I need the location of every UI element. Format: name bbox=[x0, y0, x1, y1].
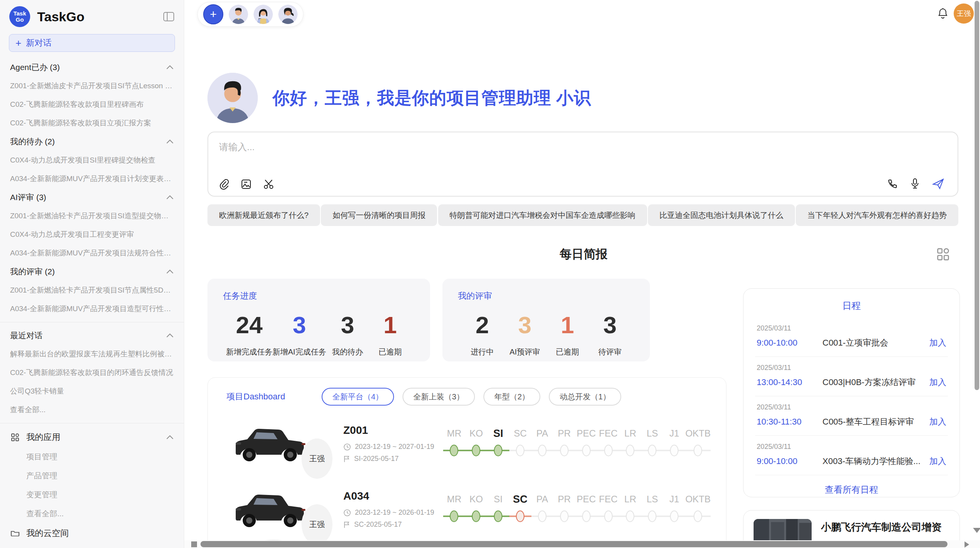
recent-item[interactable]: C02-飞腾新能源轻客改款项目的闭环通告反馈情况 bbox=[0, 363, 184, 382]
sidebar-section-header[interactable]: AI评审 (3) bbox=[0, 188, 184, 207]
sidebar-item[interactable]: C02-飞腾新能源轻客改款项目立项汇报方案 bbox=[0, 114, 184, 132]
milestone-dot[interactable] bbox=[626, 510, 634, 522]
sidebar-item-cloud-space[interactable]: 我的云空间 bbox=[0, 523, 184, 543]
milestone-dot[interactable] bbox=[648, 510, 656, 522]
milestone-dot[interactable] bbox=[582, 510, 591, 522]
add-member-button[interactable]: + bbox=[203, 4, 223, 24]
new-chat-button[interactable]: + 新对话 bbox=[9, 34, 175, 52]
chat-input[interactable] bbox=[219, 142, 947, 152]
user-avatar[interactable]: 王强 bbox=[954, 3, 974, 24]
sidebar-item[interactable]: C0X4-动力总成开发项目SI里程碑提交物检查 bbox=[0, 151, 184, 170]
sidebar-item[interactable]: Z001-全新燃油皮卡产品开发项目SI节点Lesson Learn报告 bbox=[0, 77, 184, 95]
milestone-dot[interactable] bbox=[560, 445, 569, 456]
my-apps-subitem[interactable]: 产品管理 bbox=[0, 466, 184, 485]
sidebar-section-header[interactable]: 我的待办 (2) bbox=[0, 132, 184, 151]
my-apps-subitem[interactable]: 查看全部... bbox=[0, 504, 184, 523]
collapse-sidebar-icon[interactable] bbox=[163, 11, 175, 22]
milestone-dot[interactable] bbox=[494, 510, 502, 522]
briefing-layout-icon[interactable] bbox=[936, 247, 951, 262]
scissors-icon[interactable] bbox=[263, 179, 275, 190]
milestone-dot[interactable] bbox=[626, 445, 634, 456]
greeting: 你好，王强，我是你的项目管理助理 小识 bbox=[207, 73, 591, 123]
recent-item[interactable]: 公司Q3轻卡销量 bbox=[0, 382, 184, 401]
sidebar-item[interactable]: C0X4-动力总成开发项目工程变更评审 bbox=[0, 225, 184, 244]
phone-icon[interactable] bbox=[887, 178, 898, 189]
suggestion-chip[interactable]: 比亚迪全固态电池计划具体说了什么 bbox=[648, 204, 795, 226]
chevron-up-icon bbox=[166, 333, 174, 338]
sidebar-item-favorites[interactable]: 我的收藏 bbox=[0, 543, 184, 548]
sidebar-item[interactable]: A034-全新新能源MUV产品开发项目法规符合性评审 bbox=[0, 244, 184, 262]
event-join-link[interactable]: 加入 bbox=[929, 416, 946, 428]
event-join-link[interactable]: 加入 bbox=[929, 456, 946, 467]
dashboard-tab[interactable]: 动总开发（1） bbox=[549, 388, 621, 406]
milestone-dot[interactable] bbox=[694, 510, 702, 522]
stat-value: 3 bbox=[326, 309, 369, 341]
vertical-scrollbar[interactable] bbox=[975, 1, 979, 390]
scroll-down-arrow[interactable] bbox=[973, 528, 980, 533]
scroll-right-arrow[interactable] bbox=[965, 541, 969, 548]
sidebar-item[interactable]: Z001-全新燃油轻卡产品开发项目SI节点属性5D文件评审 bbox=[0, 281, 184, 300]
suggestion-chip[interactable]: 当下年轻人对汽车外观有怎样的喜好趋势 bbox=[796, 204, 958, 226]
milestone-dot[interactable] bbox=[472, 445, 480, 456]
milestone-dot[interactable] bbox=[472, 510, 480, 522]
member-avatar[interactable] bbox=[229, 5, 248, 24]
sidebar-item[interactable]: A034-全新新能源MUV产品开发项目计划变更表编写 bbox=[0, 170, 184, 188]
milestone-dot[interactable] bbox=[694, 445, 702, 456]
suggestion-chip[interactable]: 特朗普可能对进口汽车增税会对中国车企造成哪些影响 bbox=[438, 204, 647, 226]
milestone-dot[interactable] bbox=[582, 445, 591, 456]
image-icon[interactable] bbox=[241, 179, 252, 190]
member-avatar[interactable] bbox=[278, 5, 298, 24]
milestone-dot[interactable] bbox=[516, 510, 524, 522]
milestone-dot-zone bbox=[685, 508, 711, 525]
sidebar-section-header[interactable]: Agent已办 (3) bbox=[0, 58, 184, 77]
send-icon[interactable] bbox=[932, 178, 944, 190]
sidebar-section: AI评审 (3) Z001-全新燃油轻卡产品开发项目SI造型提交物评审 C0X4… bbox=[0, 188, 184, 262]
sidebar-recent-header[interactable]: 最近对话 bbox=[0, 326, 184, 345]
milestone-dot[interactable] bbox=[450, 445, 458, 456]
milestone-dot-zone bbox=[443, 442, 465, 459]
stat-label: 新增完成任务 bbox=[226, 347, 272, 357]
sidebar-item-my-apps[interactable]: 我的应用 bbox=[0, 427, 184, 447]
dashboard-tab[interactable]: 全新平台（4） bbox=[322, 388, 394, 406]
horizontal-scrollbar[interactable] bbox=[200, 541, 947, 547]
project-visual: 王强 bbox=[229, 414, 343, 473]
milestone-dot[interactable] bbox=[670, 445, 678, 456]
project-row[interactable]: 王强 Z001 2023-12-19 ~ 2027-01-19 SI-2025-… bbox=[208, 406, 726, 471]
milestone-dot[interactable] bbox=[648, 445, 656, 456]
milestone-dot[interactable] bbox=[516, 445, 524, 456]
milestone-dot[interactable] bbox=[538, 445, 547, 456]
milestone-dot[interactable] bbox=[538, 510, 547, 522]
dashboard-tab[interactable]: 年型（2） bbox=[483, 388, 540, 406]
milestone-dot[interactable] bbox=[560, 510, 569, 522]
recent-item[interactable]: 查看全部... bbox=[0, 401, 184, 419]
milestone-dot-zone bbox=[531, 442, 553, 459]
sidebar-section-header[interactable]: 我的评审 (2) bbox=[0, 262, 184, 281]
event-join-link[interactable]: 加入 bbox=[929, 377, 946, 388]
stat-label: 已逾期 bbox=[546, 347, 589, 357]
suggestion-chip[interactable]: 欧洲新规最近颁布了什么? bbox=[207, 204, 320, 226]
suggestion-chip[interactable]: 如何写一份清晰的项目周报 bbox=[321, 204, 437, 226]
milestone-dot[interactable] bbox=[604, 445, 613, 456]
my-apps-subitem[interactable]: 变更管理 bbox=[0, 485, 184, 504]
notifications-bell-icon[interactable] bbox=[937, 8, 948, 19]
recent-item[interactable]: 解释最新出台的欧盟报废车法规再生塑料比例被调至15%... bbox=[0, 345, 184, 363]
milestone-dot[interactable] bbox=[450, 510, 458, 522]
attachment-icon[interactable] bbox=[219, 179, 229, 190]
microphone-icon[interactable] bbox=[910, 178, 920, 190]
assistant-avatar bbox=[207, 73, 258, 123]
milestone-dot[interactable] bbox=[604, 510, 613, 522]
sidebar-item[interactable]: A034-全新新能源MUV产品开发项目造型可行性评审 bbox=[0, 300, 184, 318]
dashboard-tab[interactable]: 全新上装（3） bbox=[403, 388, 475, 406]
my-apps-subitem[interactable]: 项目管理 bbox=[0, 447, 184, 466]
sidebar-item[interactable]: C02-飞腾新能源轻客改款项目里程碑画布 bbox=[0, 95, 184, 114]
horizontal-scrollbar-left-nub[interactable] bbox=[191, 541, 197, 547]
member-avatar[interactable] bbox=[254, 5, 273, 24]
event-join-link[interactable]: 加入 bbox=[929, 337, 946, 349]
milestone-dot[interactable] bbox=[494, 445, 502, 456]
project-visual: 王强 bbox=[229, 480, 343, 538]
view-all-schedule-link[interactable]: 查看所有日程 bbox=[755, 475, 948, 504]
project-row[interactable]: 王强 A034 2023-12-19 ~ 2026-01-19 SC-2025-… bbox=[208, 471, 726, 537]
sidebar-item[interactable]: Z001-全新燃油轻卡产品开发项目SI造型提交物评审 bbox=[0, 207, 184, 225]
milestone-dot-zone bbox=[619, 508, 641, 525]
milestone-dot[interactable] bbox=[670, 510, 678, 522]
